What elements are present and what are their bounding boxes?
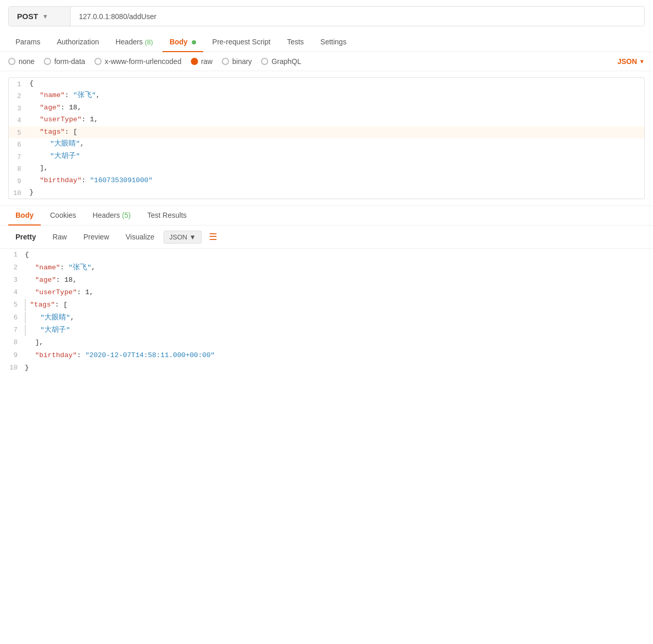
radio-form-data [44,58,51,65]
method-chevron-icon: ▼ [42,13,48,20]
resp-line-9: 9 "birthday": "2020-12-07T14:58:11.000+0… [8,349,645,362]
req-line-6: 6 "大眼睛", [9,138,644,150]
radio-graphql [261,58,268,65]
resp-headers-badge: (5) [122,211,130,219]
headers-badge: (8) [145,38,153,46]
radio-none [8,58,15,65]
radio-urlencoded [94,58,102,65]
resp-line-10: 10 } [8,362,645,374]
tab-settings[interactable]: Settings [313,33,354,52]
resp-format-chevron-icon: ▼ [189,233,196,241]
resp-line-1: 1 { [8,249,645,261]
resp-subtab-pretty[interactable]: Pretty [8,230,43,244]
resp-subtab-preview[interactable]: Preview [76,230,117,244]
body-type-none[interactable]: none [8,57,35,66]
req-line-10: 10 } [9,187,644,199]
resp-tab-test-results[interactable]: Test Results [140,206,194,226]
method-selector[interactable]: POST ▼ [9,7,71,26]
body-type-raw[interactable]: raw [191,57,213,66]
resp-subtab-visualize[interactable]: Visualize [119,230,162,244]
resp-subtab-raw[interactable]: Raw [45,230,74,244]
tags-bar [25,299,26,311]
resp-line-6: 6 "大眼睛", [8,312,645,324]
json-format-dropdown[interactable]: JSON ▼ [617,57,645,66]
url-input[interactable] [71,7,644,26]
tab-body[interactable]: Body [162,33,203,52]
req-line-1: 1 { [9,78,644,90]
tab-tests[interactable]: Tests [280,33,311,52]
req-line-4: 4 "userType": 1, [9,114,644,126]
resp-tab-body[interactable]: Body [8,206,41,226]
json-format-chevron-icon: ▼ [639,58,645,65]
resp-tab-cookies[interactable]: Cookies [43,206,84,226]
req-line-7: 7 "大胡子" [9,151,644,163]
response-tabs: Body Cookies Headers (5) Test Results [0,206,653,226]
request-tabs: Params Authorization Headers (8) Body Pr… [0,33,653,52]
tab-headers[interactable]: Headers (8) [108,33,160,52]
radio-raw [191,58,198,65]
tab-authorization[interactable]: Authorization [50,33,106,52]
resp-line-2: 2 "name": "张飞", [8,262,645,274]
tags-bar-2 [25,312,26,324]
url-bar: POST ▼ [8,6,645,26]
resp-line-4: 4 "userType": 1, [8,286,645,299]
response-sub-tabs: Pretty Raw Preview Visualize JSON ▼ ☰ [0,226,653,249]
wrap-response-icon[interactable]: ☰ [209,231,217,243]
resp-line-3: 3 "age": 18, [8,274,645,286]
resp-line-8: 8 ], [8,336,645,349]
body-type-binary[interactable]: binary [222,57,252,66]
request-body-editor[interactable]: 1 { 2 "name": "张飞", 3 "age": 18, 4 "user… [8,77,645,199]
resp-line-5: 5 "tags": [ [8,299,645,311]
req-line-3: 3 "age": 18, [9,102,644,114]
response-body-editor[interactable]: 1 { 2 "name": "张飞", 3 "age": 18, 4 "user… [8,249,645,374]
tab-pre-request[interactable]: Pre-request Script [205,33,278,52]
body-type-form-data[interactable]: form-data [44,57,85,66]
resp-tab-headers[interactable]: Headers (5) [86,206,138,226]
resp-line-7: 7 "大胡子" [8,324,645,336]
tags-bar-3 [25,325,26,336]
body-active-dot [192,40,196,44]
body-type-urlencoded[interactable]: x-www-form-urlencoded [94,57,182,66]
req-line-5: 5 "tags": [ [9,126,644,138]
tab-params[interactable]: Params [8,33,47,52]
req-line-8: 8 ], [9,163,644,174]
req-line-2: 2 "name": "张飞", [9,90,644,102]
body-type-graphql[interactable]: GraphQL [261,57,301,66]
radio-binary [222,58,229,65]
method-label: POST [17,12,38,21]
response-format-dropdown[interactable]: JSON ▼ [164,231,202,244]
req-line-9: 9 "birthday": "1607353091000" [9,175,644,187]
body-type-row: none form-data x-www-form-urlencoded raw… [0,52,653,71]
